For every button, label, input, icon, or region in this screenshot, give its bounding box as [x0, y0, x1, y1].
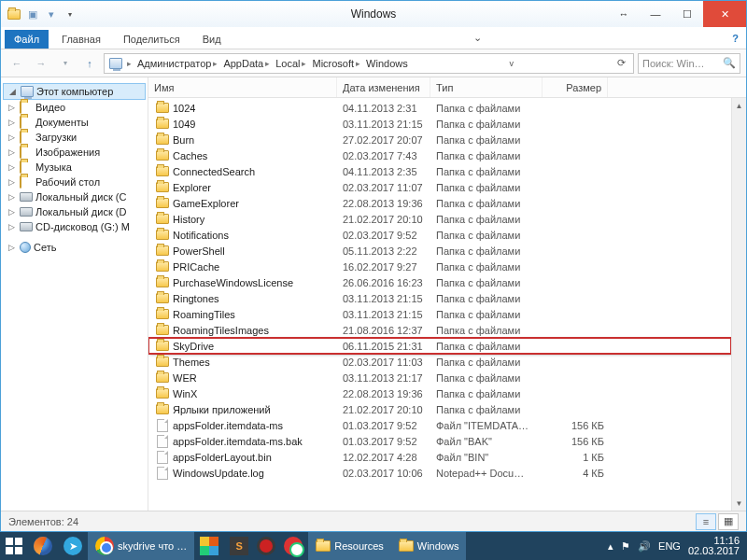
- taskbar-telegram-icon[interactable]: ➤: [58, 532, 88, 560]
- sidebar-item[interactable]: ▷Загрузки: [3, 130, 146, 145]
- nav-this-pc[interactable]: ◢ Этот компьютер: [3, 83, 146, 100]
- nav-network[interactable]: ▷ Сеть: [3, 240, 146, 255]
- tab-share[interactable]: Поделиться: [114, 30, 190, 49]
- list-item[interactable]: RoamingTilesImages 21.08.2016 12:37 Папк…: [148, 322, 731, 338]
- collapse-icon[interactable]: ◢: [7, 87, 18, 96]
- list-item[interactable]: RoamingTiles 03.11.2013 21:15 Папка с фа…: [148, 306, 731, 322]
- sidebar-item[interactable]: ▷CD-дисковод (G:) M: [3, 219, 146, 234]
- file-list[interactable]: 1024 04.11.2013 2:31 Папка с файлами 104…: [148, 98, 731, 511]
- taskbar-sublime-icon[interactable]: S: [224, 532, 254, 560]
- expand-icon[interactable]: ▷: [7, 133, 17, 142]
- breadcrumb-sep[interactable]: ▸: [125, 59, 134, 68]
- list-item[interactable]: Explorer 02.03.2017 11:07 Папка с файлам…: [148, 179, 731, 195]
- scroll-down-icon[interactable]: ▼: [732, 496, 746, 511]
- tray-overflow-icon[interactable]: ▴: [608, 540, 613, 553]
- expand-icon[interactable]: ▷: [7, 177, 17, 187]
- list-item[interactable]: WER 03.11.2013 21:17 Папка с файлами: [148, 370, 731, 385]
- list-item[interactable]: Caches 02.03.2017 7:43 Папка с файлами: [148, 147, 731, 163]
- col-size[interactable]: Размер: [543, 77, 608, 97]
- list-item[interactable]: WindowsUpdate.log 02.03.2017 10:06 Notep…: [148, 465, 731, 481]
- action-center-icon[interactable]: ⚑: [621, 540, 630, 553]
- list-item[interactable]: PowerShell 05.11.2013 2:22 Папка с файла…: [148, 243, 731, 259]
- system-tray[interactable]: ▴ ⚑ 🔊 ENG 11:16 02.03.2017: [600, 536, 747, 556]
- address-bar[interactable]: ▸ Администратор ▸ AppData ▸ Local ▸ Micr…: [104, 53, 634, 74]
- sidebar-item[interactable]: ▷Музыка: [3, 160, 146, 175]
- list-item[interactable]: Notifications 02.03.2017 9:52 Папка с фа…: [148, 227, 731, 243]
- expand-icon[interactable]: ▷: [7, 243, 17, 252]
- sidebar-item[interactable]: ▷Локальный диск (D: [3, 204, 146, 219]
- item-name: 1049: [171, 119, 343, 130]
- back-button[interactable]: ←: [7, 53, 27, 74]
- list-item[interactable]: WinX 22.08.2013 19:36 Папка с файлами: [148, 385, 731, 401]
- sidebar-item[interactable]: ▷Локальный диск (C: [3, 189, 146, 204]
- list-item[interactable]: ConnectedSearch 04.11.2013 2:35 Папка с …: [148, 163, 731, 179]
- tab-view[interactable]: Вид: [193, 30, 231, 49]
- folder-icon: [156, 261, 169, 272]
- list-item[interactable]: appsFolder.itemdata-ms.bak 01.03.2017 9:…: [148, 433, 731, 449]
- breadcrumb[interactable]: Microsoft ▸: [310, 58, 362, 69]
- list-item[interactable]: PurchaseWindowsLicense 26.06.2016 16:23 …: [148, 274, 731, 290]
- breadcrumb[interactable]: Windows: [364, 58, 410, 69]
- tab-home[interactable]: Главная: [52, 30, 110, 49]
- taskbar[interactable]: ➤ skydrive что … S Resources Windows ▴ ⚑…: [0, 532, 747, 560]
- sidebar-item[interactable]: ▷Видео: [3, 100, 146, 115]
- up-button[interactable]: ↑: [79, 53, 100, 74]
- breadcrumb[interactable]: AppData ▸: [221, 58, 272, 69]
- tab-file[interactable]: Файл: [5, 30, 49, 49]
- list-item[interactable]: 1024 04.11.2013 2:31 Папка с файлами: [148, 100, 731, 116]
- list-item[interactable]: History 21.02.2017 20:10 Папка с файлами: [148, 211, 731, 227]
- view-details-icon[interactable]: ≡: [696, 513, 716, 530]
- breadcrumb[interactable]: Администратор ▸: [135, 58, 219, 69]
- navigation-pane[interactable]: ◢ Этот компьютер ▷Видео▷Документы▷Загруз…: [1, 77, 148, 511]
- sidebar-item[interactable]: ▷Изображения: [3, 145, 146, 160]
- col-name[interactable]: Имя: [148, 77, 337, 97]
- scrollbar[interactable]: ▲ ▼: [731, 98, 746, 511]
- list-item[interactable]: appsFolder.itemdata-ms 01.03.2017 9:52 Ф…: [148, 417, 731, 433]
- expand-icon[interactable]: ▷: [7, 207, 17, 217]
- col-date[interactable]: Дата изменения: [337, 77, 430, 97]
- list-item[interactable]: Burn 27.02.2017 20:07 Папка с файлами: [148, 132, 731, 147]
- taskbar-chrome-task[interactable]: skydrive что …: [88, 532, 194, 560]
- list-item[interactable]: Themes 02.03.2017 11:03 Папка с файлами: [148, 354, 731, 370]
- taskbar-app-icon[interactable]: [194, 532, 224, 560]
- search-input[interactable]: Поиск: Win… 🔍: [638, 53, 740, 74]
- item-date: 02.03.2017 10:06: [343, 468, 436, 479]
- view-large-icons-icon[interactable]: ▦: [718, 513, 739, 530]
- col-type[interactable]: Тип: [430, 77, 543, 97]
- sidebar-item[interactable]: ▷Рабочий стол: [3, 175, 146, 189]
- recent-locations-icon[interactable]: ▾: [55, 53, 76, 74]
- taskbar-resources-task[interactable]: Resources: [308, 532, 391, 560]
- list-item[interactable]: 1049 03.11.2013 21:15 Папка с файлами: [148, 116, 731, 132]
- list-item[interactable]: GameExplorer 22.08.2013 19:36 Папка с фа…: [148, 195, 731, 211]
- list-item[interactable]: SkyDrive 06.11.2015 21:31 Папка с файлам…: [148, 338, 731, 354]
- titlebar[interactable]: ▣ ▾ ▾ Windows ↔ — ☐ ✕: [1, 1, 746, 27]
- refresh-icon[interactable]: ⟳: [613, 57, 629, 69]
- scroll-up-icon[interactable]: ▲: [732, 98, 746, 113]
- list-item[interactable]: Ringtones 03.11.2013 21:15 Папка с файла…: [148, 290, 731, 306]
- volume-icon[interactable]: 🔊: [638, 540, 651, 553]
- clock[interactable]: 11:16 02.03.2017: [688, 536, 740, 556]
- list-item[interactable]: Ярлыки приложений 21.02.2017 20:10 Папка…: [148, 401, 731, 417]
- list-item[interactable]: PRICache 16.02.2017 9:27 Папка с файлами: [148, 259, 731, 274]
- expand-icon[interactable]: ▷: [7, 192, 17, 202]
- taskbar-firefox-icon[interactable]: [28, 532, 58, 560]
- breadcrumb[interactable]: Local ▸: [274, 58, 308, 69]
- taskbar-windows-task[interactable]: Windows: [391, 532, 467, 560]
- help-icon[interactable]: ?: [725, 33, 746, 44]
- sidebar-item[interactable]: ▷Документы: [3, 115, 146, 130]
- column-headers[interactable]: Имя Дата изменения Тип Размер: [148, 77, 746, 98]
- expand-icon[interactable]: ▷: [7, 118, 17, 127]
- list-item[interactable]: appsFolderLayout.bin 12.02.2017 4:28 Фай…: [148, 449, 731, 465]
- expand-icon[interactable]: ▷: [7, 222, 17, 231]
- taskbar-ccleaner-icon[interactable]: [278, 532, 308, 560]
- expand-icon[interactable]: ▷: [7, 103, 17, 112]
- expand-ribbon-icon[interactable]: ⌄: [466, 32, 489, 44]
- expand-icon[interactable]: ▷: [7, 162, 17, 172]
- expand-icon[interactable]: ▷: [7, 147, 17, 157]
- forward-button[interactable]: →: [31, 53, 51, 74]
- taskbar-record-icon[interactable]: [254, 532, 278, 560]
- addr-dropdown-icon[interactable]: v: [506, 59, 518, 68]
- start-button[interactable]: [0, 532, 28, 560]
- item-name: Notifications: [171, 230, 343, 241]
- language-indicator[interactable]: ENG: [658, 540, 681, 552]
